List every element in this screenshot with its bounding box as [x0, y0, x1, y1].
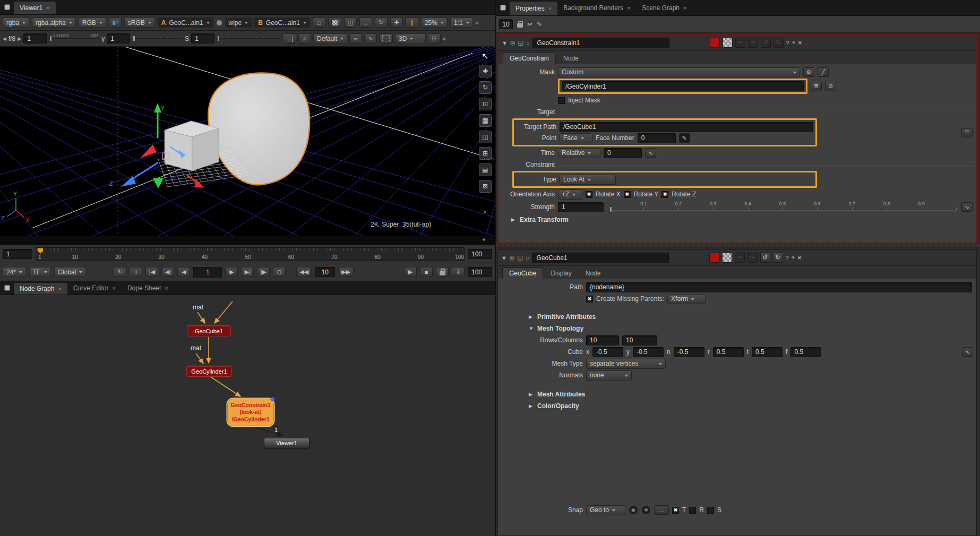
viewport-chevrons-icon[interactable]: » [482, 210, 489, 214]
pin-button[interactable]: ⌖ [792, 254, 795, 261]
playback-end-input[interactable]: 100 [468, 267, 492, 277]
frame-range-dropdown[interactable]: Global [54, 267, 87, 277]
saturation-slider-handle[interactable] [217, 36, 220, 41]
float-panel-icon[interactable]: ◱ [518, 254, 523, 261]
viewer-more-chevrons-icon[interactable]: » [474, 21, 481, 24]
reapply-button[interactable]: ↻ [773, 253, 783, 263]
fstop-prev-icon[interactable]: ◀ [3, 36, 6, 41]
pane-menu-button[interactable] [0, 281, 14, 295]
alpha-layer-dropdown[interactable]: rgba.alpha [32, 18, 76, 28]
postage-stamp-button[interactable] [723, 38, 733, 48]
playhead[interactable] [38, 248, 43, 254]
gear-icon[interactable]: ⚙ [803, 67, 814, 77]
tab-node[interactable]: Node [557, 53, 585, 64]
split-view-icon[interactable]: ◫ [479, 131, 492, 143]
frame-increment-input[interactable]: 10 [315, 267, 335, 277]
close-icon[interactable]: × [113, 285, 116, 291]
gamma-slider[interactable] [132, 34, 183, 43]
channels-dropdown[interactable]: rgba [3, 18, 29, 28]
close-icon[interactable]: × [58, 286, 61, 292]
display-channels-dropdown[interactable]: RGB [79, 18, 106, 28]
view-mode-dropdown[interactable]: 3D [395, 33, 426, 44]
layout-grid-icon[interactable]: ▦ [479, 114, 492, 127]
cube-r-input[interactable]: 0.5 [713, 347, 744, 357]
postage-stamp-button[interactable] [722, 253, 732, 263]
step-forward-button[interactable]: ▶▶ [338, 267, 354, 277]
cube-f-input[interactable]: 0.5 [790, 347, 821, 357]
revert-button[interactable]: ↺ [760, 253, 770, 263]
wipe-center-button[interactable] [216, 20, 222, 26]
region-icon[interactable]: ■ [420, 267, 433, 277]
tab-scene-graph[interactable]: Scene Graph × [636, 0, 692, 15]
float-panel-icon[interactable]: ◱ [518, 39, 523, 46]
cube-x-input[interactable]: -0.5 [592, 347, 623, 357]
close-view-icon[interactable]: ⊠ [479, 180, 492, 193]
tab-dope-sheet[interactable]: Dope Sheet × [122, 281, 174, 295]
close-icon[interactable]: × [165, 285, 168, 291]
cube-n-input[interactable]: -0.5 [674, 347, 704, 357]
menu-icon[interactable]: ≡ [359, 18, 372, 28]
tab-node[interactable]: Node [579, 268, 607, 279]
transport-input-button[interactable]: I [130, 267, 142, 277]
tab-node-graph[interactable]: Node Graph × [14, 283, 67, 295]
eyedropper-icon[interactable]: ✎ [679, 133, 690, 143]
lightbulb-icon[interactable]: ○ [526, 255, 529, 261]
flipbook-icon[interactable]: ▶ [404, 267, 417, 277]
inject-mask-checkbox[interactable] [558, 97, 565, 104]
mask-dropdown[interactable]: Custom [558, 67, 800, 77]
close-icon[interactable]: × [683, 5, 686, 11]
geocube-shape[interactable] [165, 121, 219, 171]
goto-input-icon[interactable]: →| [282, 33, 296, 44]
tab-geocube[interactable]: GeoCube [502, 267, 543, 279]
pause-icon[interactable]: ∥ [406, 18, 418, 28]
snap-s-checkbox[interactable] [707, 507, 714, 514]
play-backward-button[interactable]: ◀ [177, 267, 190, 277]
waveform-icon[interactable]: ∿ [364, 33, 377, 44]
snap-vertex-icon[interactable]: ❖ [641, 505, 651, 515]
create-missing-parents-dropdown[interactable]: Xform [667, 294, 706, 304]
input-b-dropdown[interactable]: B GeoC...ain1 [254, 18, 310, 28]
goto-end-button[interactable]: |▶ [257, 267, 270, 277]
list-icon[interactable]: ≣ [811, 82, 822, 91]
export-icon[interactable]: ↧ [452, 267, 465, 277]
rows-input[interactable]: 10 [586, 335, 619, 345]
close-icon[interactable]: × [46, 5, 49, 11]
step-back-button[interactable]: ◀◀ [296, 267, 312, 277]
columns-input[interactable]: 10 [622, 335, 657, 345]
close-icon[interactable]: × [548, 5, 552, 12]
color-opacity-expander-icon[interactable]: ▶ [529, 403, 534, 409]
input-a-dropdown[interactable]: A GeoC...ain1 [158, 18, 213, 28]
lock-range-icon[interactable] [436, 267, 449, 277]
timeline-track[interactable]: 1 10 20 30 40 50 60 70 80 90 100 [36, 247, 465, 261]
cube-t-input[interactable]: 0.5 [752, 347, 783, 357]
center-icon[interactable]: ✚ [390, 18, 403, 28]
snap-live-icon[interactable]: ◉ [629, 505, 638, 515]
tab-display[interactable]: Display [544, 268, 578, 279]
refresh-icon[interactable]: ↻ [375, 18, 388, 28]
strength-slider[interactable]: 0.1 0.2 0.3 0.4 0.5 0.6 0.7 0.8 0.9 [609, 201, 956, 213]
time-input[interactable]: 0 [604, 148, 642, 158]
input-process-toggle[interactable]: IP [109, 18, 122, 28]
edit-icon[interactable]: ✎ [537, 21, 542, 28]
gain-slider[interactable]: 0.018825 1064 [49, 34, 99, 43]
saturation-input[interactable]: 1 [191, 33, 214, 44]
overlay-icon[interactable]: ⊡ [428, 33, 441, 44]
revert-button[interactable]: ↺ [761, 38, 771, 48]
compare-icon[interactable]: ◫ [344, 18, 357, 28]
current-frame-display[interactable]: 1 [193, 267, 222, 278]
translate-tool-icon[interactable]: ✚ [479, 65, 492, 77]
loop-mode-icon[interactable]: ↻ [114, 267, 126, 277]
redo-button[interactable]: ↷ [748, 38, 758, 48]
nodegraph-canvas[interactable]: mat mat GeoCube1 GeoCylinder1 GeoConstra… [0, 295, 495, 536]
mesh-type-dropdown[interactable]: separate vertices [586, 359, 666, 369]
mask-path-input[interactable]: /GeoCylinder1 [562, 81, 804, 91]
normals-dropdown[interactable]: none [586, 370, 632, 381]
cube-curve-icon[interactable]: ∿ [962, 347, 973, 357]
next-keyframe-button[interactable]: ▶| [241, 267, 254, 277]
rotate-x-checkbox[interactable]: ✖ [586, 191, 592, 198]
node-color-button[interactable] [710, 38, 720, 48]
close-panel-button[interactable]: × [798, 39, 802, 47]
reapply-button[interactable]: ↻ [773, 38, 784, 48]
gain-input[interactable]: 1 [23, 33, 47, 44]
select-tool-icon[interactable]: ↖ [482, 51, 488, 61]
